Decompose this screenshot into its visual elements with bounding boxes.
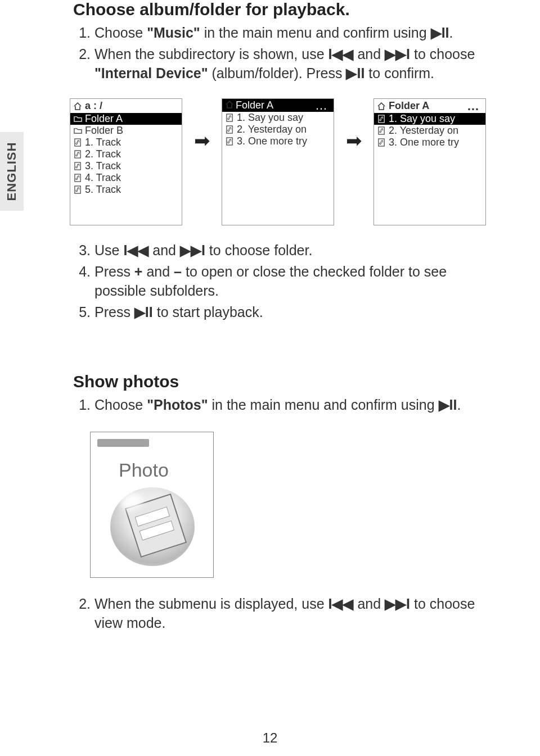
row-label: 3. One more try: [237, 135, 307, 147]
list-item: When the subdirectory is shown, use I◀◀ …: [94, 45, 501, 83]
file-icon: [73, 138, 83, 147]
screen-rows: Folder AFolder B1. Track2. Track3. Track…: [70, 113, 182, 196]
screen-row: 1. Track: [70, 137, 182, 148]
file-icon: [224, 125, 235, 134]
screen-row: 1. Say you say: [222, 112, 334, 124]
ellipsis-icon: …: [315, 103, 331, 108]
screen-rows: 1. Say you say2. Yesterday on3. One more…: [374, 113, 485, 148]
list-item: Press ▶II to start playback.: [94, 303, 501, 322]
row-label: Folder B: [85, 125, 123, 137]
arrow-icon: ➡: [182, 98, 222, 152]
row-label: 3. Track: [85, 160, 121, 172]
screen-row: 5. Track: [70, 184, 182, 196]
screen-row: 3. One more try: [374, 137, 485, 148]
row-label: Folder A: [85, 113, 123, 125]
step-list-1b: Use I◀◀ and ▶▶I to choose folder. Press …: [73, 241, 501, 322]
file-icon: [224, 114, 235, 122]
screen-row: 2. Yesterday on: [222, 124, 334, 135]
step-list-2b: When the submenu is displayed, use I◀◀ a…: [73, 595, 501, 633]
row-label: 5. Track: [85, 184, 121, 196]
section-heading: Show photos: [73, 372, 501, 391]
language-label: ENGLISH: [4, 142, 19, 201]
file-icon: [376, 126, 386, 135]
folder-icon: [73, 115, 83, 123]
page-number: 12: [0, 730, 540, 746]
screen-header: Folder A …: [222, 99, 334, 112]
step-list-1: Choose "Music" in the main menu and conf…: [73, 24, 501, 83]
list-item: Choose "Photos" in the main menu and con…: [94, 396, 501, 415]
row-label: 2. Track: [85, 148, 121, 160]
photo-screen: Photo: [90, 432, 214, 578]
photo-icon: [110, 483, 195, 567]
device-screen-1: a : / Folder AFolder B1. Track2. Track3.…: [70, 98, 182, 225]
photo-label: Photo: [119, 459, 169, 481]
file-icon: [73, 162, 83, 170]
device-screen-2: Folder A … 1. Say you say2. Yesterday on…: [222, 98, 334, 225]
status-bar: [97, 439, 149, 447]
device-screen-3: Folder A … 1. Say you say2. Yesterday on…: [374, 98, 486, 225]
language-tab: ENGLISH: [0, 132, 24, 211]
screen-header: a : /: [70, 99, 182, 113]
file-icon: [73, 174, 83, 182]
row-label: 3. One more try: [389, 137, 459, 148]
screen-row: 4. Track: [70, 172, 182, 184]
row-label: 1. Say you say: [389, 113, 455, 125]
file-icon: [376, 138, 386, 147]
list-item: Press + and – to open or close the check…: [94, 262, 501, 301]
screen-row: Folder B: [70, 125, 182, 137]
list-item: Use I◀◀ and ▶▶I to choose folder.: [94, 241, 501, 260]
row-label: 4. Track: [85, 172, 121, 184]
screen-row: 2. Track: [70, 148, 182, 160]
screen-row: 1. Say you say: [374, 113, 485, 125]
home-icon: [376, 102, 386, 111]
row-label: 1. Track: [85, 137, 121, 148]
file-icon: [73, 150, 83, 159]
row-label: 1. Say you say: [237, 112, 303, 124]
folder-icon: [73, 126, 83, 135]
file-icon: [73, 185, 83, 194]
step-list-2: Choose "Photos" in the main menu and con…: [73, 396, 501, 415]
file-icon: [376, 115, 386, 123]
screen-row: 2. Yesterday on: [374, 125, 485, 137]
arrow-icon: ➡: [334, 98, 374, 152]
screen-row: 3. Track: [70, 160, 182, 172]
home-icon: [224, 100, 235, 109]
row-label: 2. Yesterday on: [389, 125, 458, 137]
ellipsis-icon: …: [467, 104, 483, 108]
section-heading: Choose album/folder for playback.: [73, 0, 501, 19]
row-label: 2. Yesterday on: [237, 124, 307, 135]
screen-row: 3. One more try: [222, 135, 334, 147]
file-icon: [224, 137, 235, 146]
screen-header: Folder A …: [374, 99, 485, 113]
list-item: Choose "Music" in the main menu and conf…: [94, 24, 501, 43]
list-item: When the submenu is displayed, use I◀◀ a…: [94, 595, 501, 633]
screenshot-row: a : / Folder AFolder B1. Track2. Track3.…: [70, 98, 501, 225]
screen-rows: 1. Say you say2. Yesterday on3. One more…: [222, 112, 334, 147]
home-icon: [73, 102, 83, 111]
screen-row: Folder A: [70, 113, 182, 125]
manual-page: ENGLISH Choose album/folder for playback…: [0, 0, 540, 756]
